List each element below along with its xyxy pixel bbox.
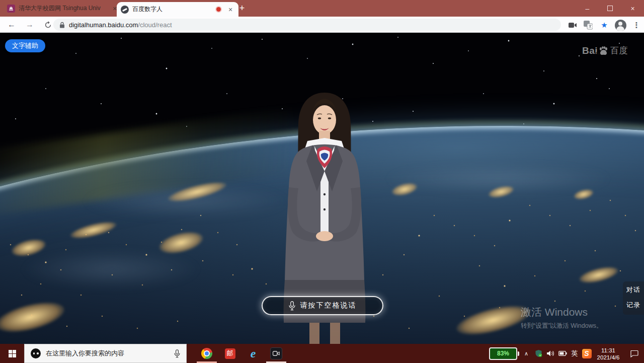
tab-title: 百度数字人 — [132, 5, 213, 14]
url-path: /cloud/react — [138, 21, 172, 29]
watermark-subtitle: 转到“设置”以激活 Windows。 — [521, 322, 603, 330]
chrome-taskbar-icon[interactable] — [195, 344, 218, 363]
tab-tsinghua-campus[interactable]: 清华大学校园网 Tsinghua Univ × — [4, 0, 122, 17]
hidden-icons-chevron[interactable]: ∧ — [520, 344, 532, 363]
search-assistant-icon — [31, 348, 41, 358]
taskbar-clock[interactable]: 11:31 2021/4/6 — [593, 346, 624, 361]
sogou-input-tray-icon[interactable]: S — [581, 344, 593, 363]
baidu-logo-cn: 百度 — [610, 45, 628, 56]
activate-windows-watermark: 激活 Windows 转到“设置”以激活 Windows。 — [521, 305, 603, 330]
search-placeholder-text: 在这里输入你要搜索的内容 — [46, 349, 169, 358]
cloud-wisp — [20, 249, 201, 289]
restore-button[interactable] — [599, 0, 621, 17]
media-recording-indicator-icon — [216, 7, 221, 12]
search-mic-icon[interactable] — [174, 349, 180, 358]
profile-avatar[interactable] — [614, 19, 626, 31]
bookmark-star-icon[interactable]: ★ — [598, 19, 610, 31]
mail-icon: 邮 — [225, 348, 235, 359]
push-to-talk-button[interactable]: 请按下空格说话 — [262, 296, 383, 315]
url-text: digitalhuman.baidu.com/cloud/react — [69, 21, 172, 29]
netease-mail-taskbar-icon[interactable]: 邮 — [218, 344, 242, 363]
window-controls: – × — [576, 0, 644, 17]
action-center-icon[interactable] — [624, 344, 644, 363]
text-assist-button[interactable]: 文字辅助 — [5, 39, 45, 52]
restore-icon — [607, 6, 613, 11]
camera-in-use-icon[interactable] — [567, 19, 579, 31]
volume-icon[interactable] — [544, 344, 556, 363]
push-to-talk-label: 请按下空格说话 — [300, 301, 357, 310]
date-text: 2021/4/6 — [593, 354, 624, 361]
camera-app-taskbar-icon[interactable] — [265, 344, 288, 363]
system-tray: 83% ∧ 英 S 11:31 2021/4/6 — [489, 344, 644, 363]
ie-icon: e — [251, 348, 256, 359]
watermark-title: 激活 Windows — [521, 305, 603, 319]
minimize-button[interactable]: – — [576, 0, 599, 17]
text-assist-label: 文字辅助 — [12, 41, 38, 50]
url-host: digitalhuman.baidu.com — [69, 21, 138, 29]
video-camera-icon — [270, 347, 282, 359]
microphone-icon — [289, 301, 295, 311]
input-language-indicator[interactable]: 英 — [569, 344, 581, 363]
windows-logo-icon — [9, 350, 16, 357]
back-button[interactable]: ← — [6, 19, 17, 30]
defender-shield-icon[interactable] — [532, 344, 544, 363]
page-content: 文字辅助 Bai du 百度 请按下空格说话 对话 记录 激活 Windows … — [0, 33, 644, 344]
dialog-tab[interactable]: 对话 — [626, 285, 640, 295]
record-tab[interactable]: 记录 — [626, 301, 640, 310]
windows-taskbar: 在这里输入你要搜索的内容 邮 e 83% ∧ — [0, 344, 644, 363]
tsinghua-favicon-icon — [7, 5, 15, 13]
translate-icon[interactable] — [582, 19, 594, 31]
battery-tray-icon[interactable] — [556, 344, 569, 363]
browser-menu-icon[interactable]: ⋮ — [630, 19, 642, 31]
baidu-logo-du: du — [595, 51, 600, 55]
taskbar-apps: 邮 e — [195, 344, 288, 363]
reload-button[interactable] — [42, 19, 53, 30]
tab-close-icon[interactable]: × — [226, 6, 234, 14]
browser-toolbar: ← → digitalhuman.baidu.com/cloud/react ★… — [0, 17, 644, 33]
taskbar-search-box[interactable]: 在这里输入你要搜索的内容 — [24, 344, 187, 363]
https-lock-icon — [59, 22, 65, 28]
tab-baidu-digital-human[interactable]: 百度数字人 × — [117, 2, 238, 17]
close-button[interactable]: × — [621, 0, 644, 17]
address-bar[interactable]: digitalhuman.baidu.com/cloud/react — [53, 19, 561, 31]
time-text: 11:31 — [593, 347, 624, 354]
tab-title: 清华大学校园网 Tsinghua Univ — [19, 4, 107, 13]
baidu-cloud-favicon-icon — [121, 6, 129, 14]
person-icon — [615, 20, 626, 31]
conversation-log-panel-tab: 对话 记录 — [623, 281, 644, 315]
chrome-icon — [201, 348, 212, 359]
tab-bar: 清华大学校园网 Tsinghua Univ × 百度数字人 × + – × — [0, 0, 644, 17]
sogou-icon: S — [582, 349, 592, 358]
scattered-city-lights — [0, 33, 1, 34]
baidu-logo: Bai du 百度 — [582, 45, 628, 56]
internet-explorer-taskbar-icon[interactable]: e — [242, 344, 265, 363]
battery-percent-widget[interactable]: 83% — [489, 347, 517, 360]
new-tab-button[interactable]: + — [235, 3, 249, 14]
start-button[interactable] — [0, 344, 24, 363]
forward-button[interactable]: → — [24, 19, 35, 30]
browser-window: 清华大学校园网 Tsinghua Univ × 百度数字人 × + – × ← … — [0, 0, 644, 363]
